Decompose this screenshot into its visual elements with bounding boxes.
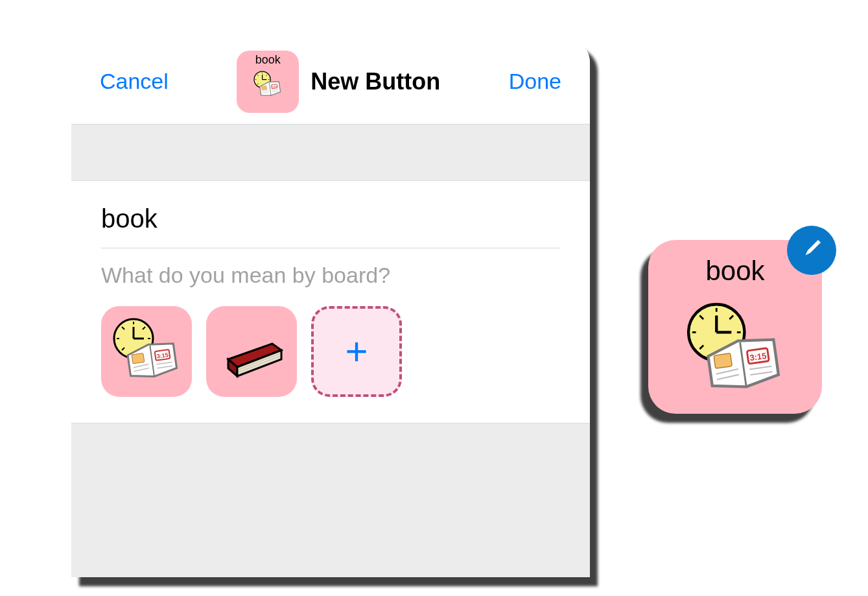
modal-title: New Button: [311, 68, 440, 95]
clock-book-icon: [679, 293, 792, 408]
form-area: What do you mean by board? +: [71, 180, 590, 423]
icon-option-red-book[interactable]: [206, 306, 297, 397]
plus-icon: +: [345, 332, 368, 371]
preview-label: book: [705, 256, 764, 287]
done-button[interactable]: Done: [509, 69, 561, 94]
icon-option-clock-book[interactable]: [101, 306, 192, 397]
red-book-icon: [213, 311, 290, 392]
header-preview-tile[interactable]: book: [237, 51, 299, 113]
edit-button[interactable]: [787, 226, 836, 275]
meaning-prompt: What do you mean by board?: [101, 263, 560, 288]
new-button-modal: Cancel book New Button Done What do you …: [71, 39, 590, 577]
header-preview-label: book: [255, 53, 281, 67]
add-icon-button[interactable]: +: [311, 306, 402, 397]
button-preview-tile[interactable]: book: [648, 240, 822, 414]
icon-options-row: +: [101, 306, 560, 397]
clock-book-icon: [108, 311, 185, 392]
header-center: book New Button: [237, 51, 440, 113]
cancel-button[interactable]: Cancel: [100, 69, 169, 94]
clock-book-icon: [252, 68, 284, 102]
pencil-icon: [799, 237, 824, 264]
modal-header: Cancel book New Button Done: [71, 39, 590, 125]
button-label-input[interactable]: [101, 200, 560, 248]
